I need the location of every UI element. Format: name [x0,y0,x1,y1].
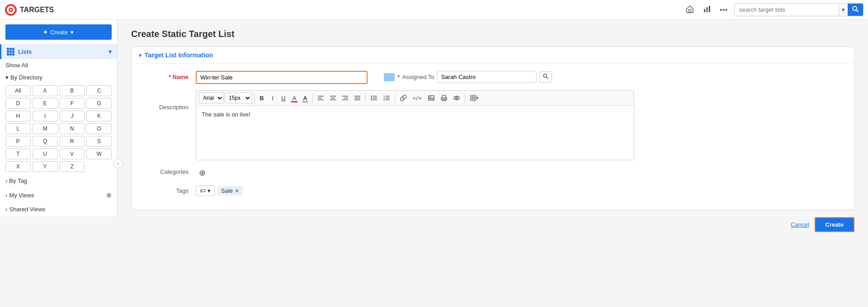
create-chevron-icon: ▾ [71,29,74,36]
align-center-icon [330,95,336,101]
rte-content[interactable]: The sale is on live! [196,106,634,160]
section-body: * Name * Assigned To [132,64,854,209]
letter-e[interactable]: E [33,98,58,109]
letter-l[interactable]: L [5,123,31,134]
letter-j[interactable]: J [60,111,85,121]
section-header[interactable]: ▾ Target List Information [132,47,854,64]
letter-f[interactable]: F [60,98,85,109]
tag-remove-button[interactable]: ✕ [235,188,239,194]
show-all-label: Show All [5,62,28,69]
shared-views-header[interactable]: › Shared Views [0,202,117,216]
bar-chart-button[interactable] [700,3,714,17]
rte-align-right-button[interactable] [340,93,351,103]
letter-h[interactable]: H [5,111,31,121]
cancel-button[interactable]: Cancel [791,221,809,228]
letter-c[interactable]: C [86,85,112,96]
tags-row: Tags 🏷 ▾ Sale ✕ [139,186,847,196]
home-button[interactable] [683,3,697,17]
lists-grid-icon [7,48,14,56]
font-family-select[interactable]: Arial [199,93,224,103]
sidebar-collapse-button[interactable]: ‹ [113,158,123,168]
rte-code-button[interactable]: </> [410,93,425,103]
assigned-to-search-button[interactable] [539,71,552,83]
letter-k[interactable]: K [86,111,112,121]
letter-u[interactable]: U [33,149,58,159]
top-nav: TARGETS ••• ▾ [0,0,868,20]
rte-justify-button[interactable] [352,93,363,103]
letter-s[interactable]: S [86,136,112,147]
my-views-chevron-icon: › [5,192,7,199]
letter-x[interactable]: X [5,161,31,172]
lists-label: Lists [18,48,105,55]
letter-i[interactable]: I [33,111,58,121]
sidebar-item-lists[interactable]: Lists ▾ [0,44,117,59]
rte-image-button[interactable] [425,93,437,103]
rte-link-button[interactable] [397,93,409,103]
svg-point-28 [371,99,373,101]
add-view-icon: ⊕ [106,191,112,199]
tag-dropdown-button[interactable]: 🏷 ▾ [196,186,215,196]
rte-ul-button[interactable] [368,93,380,103]
letter-n[interactable]: N [60,123,85,134]
letter-b[interactable]: B [60,85,85,96]
show-all-item[interactable]: Show All [0,59,117,71]
letter-r[interactable]: R [60,136,85,147]
align-left-icon [318,95,324,101]
by-tag-header[interactable]: › By Tag [0,174,117,188]
rte-print-button[interactable] [438,93,450,103]
rte-align-left-button[interactable] [315,93,326,103]
my-views-add-button[interactable]: ⊕ [106,191,112,199]
assigned-to-icon [384,73,395,81]
rte-wrapper: Arial 15px B I U A [196,90,634,160]
assigned-to-group: * Assigned To [384,71,552,83]
font-size-select[interactable]: 15px [225,93,252,103]
rte-italic-button[interactable]: I [268,93,278,103]
letter-p[interactable]: P [5,136,31,147]
svg-text:3.: 3. [383,98,386,101]
rte-preview-button[interactable] [451,93,462,103]
letter-all[interactable]: All [5,85,31,96]
letter-m[interactable]: M [33,123,58,134]
more-button[interactable]: ••• [717,4,731,16]
assigned-to-label: Assigned To [402,74,434,80]
tags-label: Tags [139,186,189,194]
letter-z[interactable]: Z [60,161,85,172]
rte-bold-button[interactable]: B [257,93,267,103]
search-go-button[interactable] [848,4,863,16]
svg-line-11 [546,77,548,79]
letter-q[interactable]: Q [33,136,58,147]
letter-w[interactable]: W [86,149,112,159]
letter-v[interactable]: V [60,149,85,159]
rte-underline-button[interactable]: U [278,93,288,103]
my-views-header[interactable]: › My Views ⊕ [0,188,117,202]
description-text: The sale is on live! [202,111,250,118]
rte-table-button[interactable]: ▾ [467,93,481,103]
letter-a[interactable]: A [33,85,58,96]
assigned-to-input[interactable] [437,71,537,83]
lists-chevron-icon: ▾ [108,48,112,55]
svg-rect-38 [442,95,446,98]
name-input[interactable] [196,71,368,84]
tag-label: Sale [221,187,233,194]
rte-font-color-button[interactable]: A [289,93,299,103]
search-dropdown-button[interactable]: ▾ [839,4,848,15]
layout: + Create ▾ Lists ▾ Show All ▾ By Directo… [0,20,868,307]
rte-ol-button[interactable]: 1. 2. 3. [381,93,392,103]
by-directory-header[interactable]: ▾ By Directory [0,71,117,84]
create-button[interactable]: + Create ▾ [5,24,112,40]
letter-d[interactable]: D [5,98,31,109]
rte-align-center-button[interactable] [327,93,339,103]
search-input[interactable] [735,4,839,15]
section-panel: ▾ Target List Information * Name * Assig… [131,47,854,210]
form-actions: Cancel Create [131,217,854,237]
create-submit-button[interactable]: Create [815,217,854,232]
align-right-icon [342,95,348,101]
search-container: ▾ [734,3,863,16]
letter-y[interactable]: Y [33,161,58,172]
search-icon [852,6,859,12]
add-category-button[interactable]: ⊕ [196,167,208,179]
rte-bg-color-button[interactable]: A [300,93,310,103]
letter-o[interactable]: O [86,123,112,134]
letter-t[interactable]: T [5,149,31,159]
letter-g[interactable]: G [86,98,112,109]
